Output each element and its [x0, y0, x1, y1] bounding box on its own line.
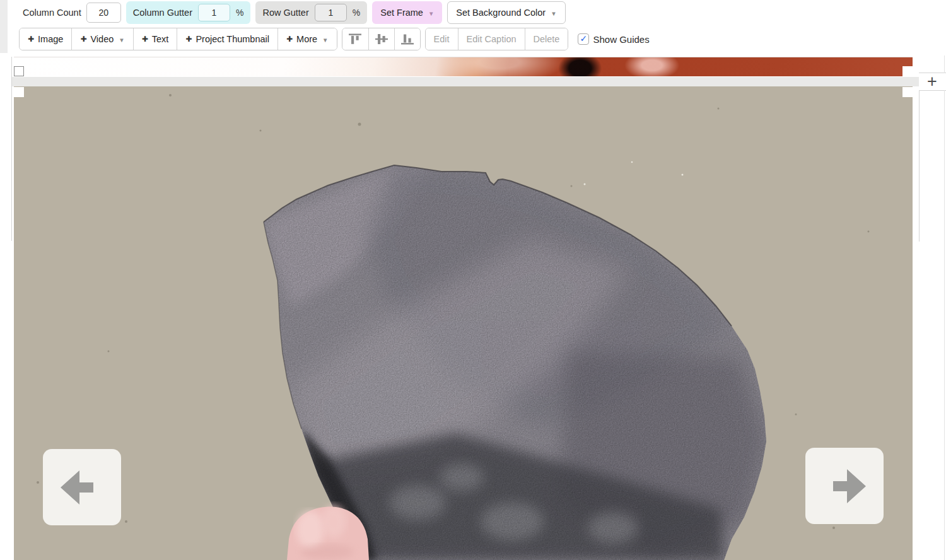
next-image-button[interactable]	[805, 448, 884, 524]
editor-toolbar: Column Count Column Gutter % Row Gutter …	[0, 0, 946, 55]
set-frame-button[interactable]: Set Frame ▼	[372, 1, 442, 24]
row-gutter-group: Row Gutter %	[255, 1, 367, 24]
plus-icon: ✚	[142, 35, 148, 44]
rock-photo-graphic	[14, 86, 913, 560]
align-bottom-icon	[400, 33, 414, 45]
align-top-icon	[348, 33, 362, 45]
insert-row-button[interactable]: +	[919, 73, 945, 90]
window-edge-strip	[0, 0, 8, 53]
edit-caption-button[interactable]: Edit Caption	[458, 28, 525, 50]
editor-canvas: +	[0, 0, 946, 560]
previous-image-edge[interactable]	[14, 57, 913, 76]
show-guides-label: Show Guides	[593, 34, 649, 45]
column-gutter-label: Column Gutter	[133, 8, 192, 18]
column-gutter-input[interactable]	[198, 4, 230, 21]
column-gutter-unit: %	[236, 8, 243, 18]
resize-handle-top-left[interactable]	[14, 66, 24, 76]
plus-icon: ✚	[80, 35, 86, 44]
edit-button[interactable]: Edit	[426, 28, 458, 50]
resize-handle-right[interactable]	[902, 87, 913, 97]
chevron-down-icon: ▼	[119, 37, 124, 44]
chevron-down-icon: ▼	[322, 37, 328, 44]
add-video-label: Video	[90, 34, 114, 44]
resize-handle-top-right[interactable]	[902, 66, 913, 76]
right-margin-guide	[919, 73, 920, 242]
checkmark-icon: ✓	[580, 34, 588, 43]
row-gutter-label: Row Gutter	[262, 8, 308, 18]
add-text-button[interactable]: ✚ Text	[133, 28, 177, 50]
set-background-color-label: Set Background Color	[456, 8, 546, 18]
toolbar-row-grid-settings: Column Count Column Gutter % Row Gutter …	[0, 1, 946, 24]
set-background-color-button[interactable]: Set Background Color ▼	[447, 1, 565, 24]
add-more-button[interactable]: ✚ More ▼	[277, 28, 337, 50]
set-frame-label: Set Frame	[380, 8, 423, 18]
add-project-thumbnail-label: Project Thumbnail	[196, 34, 269, 44]
column-count-label: Column Count	[23, 8, 81, 18]
left-arrow-icon	[59, 469, 105, 506]
add-video-button[interactable]: ✚ Video ▼	[71, 28, 132, 50]
add-image-label: Image	[38, 34, 63, 44]
column-gutter-group: Column Gutter %	[126, 1, 251, 24]
delete-button[interactable]: Delete	[525, 28, 568, 50]
previous-image-button[interactable]	[43, 449, 121, 525]
vertical-align-group	[342, 28, 421, 50]
edit-actions-group: Edit Edit Caption Delete	[425, 28, 569, 50]
chevron-down-icon: ▼	[551, 10, 556, 17]
plus-icon: ✚	[185, 35, 192, 44]
left-margin-guide	[11, 57, 12, 241]
align-top-button[interactable]	[342, 28, 368, 50]
resize-handle-left[interactable]	[14, 87, 24, 97]
add-more-label: More	[296, 34, 317, 44]
row-gutter-input[interactable]	[315, 4, 347, 21]
chevron-down-icon: ▼	[428, 10, 434, 17]
selected-image-rock-photo[interactable]	[14, 86, 913, 560]
add-content-group: ✚ Image ✚ Video ▼ ✚ Text ✚ Project Thumb…	[19, 28, 337, 50]
toolbar-row-content: ✚ Image ✚ Video ▼ ✚ Text ✚ Project Thumb…	[0, 28, 946, 50]
add-image-button[interactable]: ✚ Image	[20, 28, 71, 50]
show-guides-toggle[interactable]: ✓ Show Guides	[578, 33, 649, 45]
add-project-thumbnail-button[interactable]: ✚ Project Thumbnail	[177, 28, 277, 50]
plus-icon: ✚	[286, 35, 293, 44]
row-gap-band	[11, 77, 919, 86]
page-right-edge	[944, 55, 945, 560]
add-text-label: Text	[152, 34, 169, 44]
row-gutter-unit: %	[353, 8, 360, 18]
show-guides-checkbox[interactable]: ✓	[578, 33, 589, 45]
align-bottom-button[interactable]	[394, 28, 420, 50]
right-arrow-icon	[822, 467, 867, 505]
column-count-input[interactable]	[86, 3, 121, 23]
align-middle-icon	[375, 33, 388, 45]
align-middle-button[interactable]	[368, 28, 394, 50]
plus-icon: ✚	[28, 35, 34, 44]
